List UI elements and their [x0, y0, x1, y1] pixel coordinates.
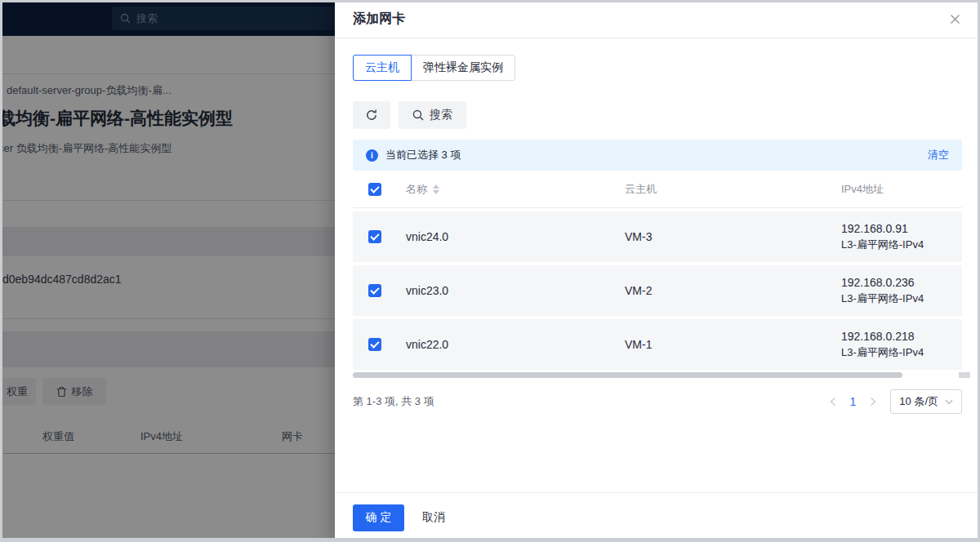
- close-icon: [950, 14, 960, 24]
- host-name: VM-2: [625, 284, 841, 297]
- cancel-button[interactable]: 取消: [422, 510, 445, 525]
- drawer-header: 添加网卡: [335, 0, 980, 38]
- screen: 搜索 default-server-group-负载均衡-扁... 载均衡-扁平…: [0, 0, 980, 542]
- page-number-1[interactable]: 1: [845, 395, 862, 408]
- selection-info-bar: 当前已选择 3 项 清空: [353, 140, 962, 171]
- ipv4-address: 192.168.0.236: [841, 274, 962, 291]
- pagination: 第 1-3 项, 共 3 项 1 10 条/页: [353, 389, 962, 414]
- refresh-button[interactable]: [353, 101, 390, 129]
- ip-cell: 192.168.0.91 L3-扁平网络-IPv4: [841, 220, 962, 253]
- nic-table-header: 名称 云主机 IPv4地址: [353, 171, 962, 208]
- network-name: L3-扁平网络-IPv4: [841, 344, 962, 361]
- nic-name: vnic22.0: [406, 338, 625, 351]
- host-name: VM-1: [625, 338, 841, 351]
- column-host-label: 云主机: [625, 182, 657, 197]
- prev-page-button[interactable]: [826, 393, 840, 410]
- tab-cloud-host[interactable]: 云主机: [353, 55, 412, 81]
- ipv4-address: 192.168.0.218: [841, 328, 962, 344]
- info-icon: [366, 149, 378, 162]
- table-toolbar: 搜索: [353, 101, 962, 129]
- chevron-left-icon: [829, 397, 837, 406]
- column-name-label: 名称: [406, 182, 427, 197]
- next-page-button[interactable]: [866, 393, 880, 410]
- nic-name: vnic23.0: [406, 284, 625, 297]
- close-button[interactable]: [947, 11, 964, 28]
- confirm-button[interactable]: 确 定: [353, 504, 404, 531]
- drawer-body: 云主机 弹性裸金属实例 搜索 当前已选择 3 项 清空: [335, 38, 980, 414]
- scrollbar-thumb[interactable]: [353, 372, 902, 378]
- row-checkbox[interactable]: [368, 284, 381, 297]
- ip-cell: 192.168.0.218 L3-扁平网络-IPv4: [841, 328, 962, 361]
- tab-baremetal[interactable]: 弹性裸金属实例: [411, 55, 515, 81]
- network-name: L3-扁平网络-IPv4: [841, 237, 962, 253]
- scrollbar-corner: [959, 372, 970, 378]
- table-row[interactable]: vnic23.0 VM-2 192.168.0.236 L3-扁平网络-IPv4: [353, 265, 962, 316]
- selection-count-text: 当前已选择 3 项: [385, 148, 461, 162]
- column-name[interactable]: 名称: [406, 182, 625, 197]
- chevron-right-icon: [869, 397, 877, 406]
- sort-icon[interactable]: [433, 184, 439, 194]
- add-nic-drawer: 添加网卡 云主机 弹性裸金属实例 搜索 当前已选择 3: [335, 0, 980, 542]
- page-size-select[interactable]: 10 条/页: [890, 389, 962, 414]
- host-name: VM-3: [625, 230, 841, 243]
- instance-type-tabs: 云主机 弹性裸金属实例: [353, 55, 515, 81]
- select-all-checkbox[interactable]: [368, 183, 381, 196]
- pagination-summary: 第 1-3 项, 共 3 项: [353, 394, 434, 409]
- table-row[interactable]: vnic22.0 VM-1 192.168.0.218 L3-扁平网络-IPv4: [353, 319, 962, 370]
- table-row[interactable]: vnic24.0 VM-3 192.168.0.91 L3-扁平网络-IPv4: [353, 211, 962, 262]
- column-host: 云主机: [625, 182, 841, 197]
- nic-name: vnic24.0: [406, 230, 625, 243]
- drawer-footer: 确 定 取消: [335, 492, 980, 542]
- row-checkbox[interactable]: [368, 230, 381, 243]
- drawer-title: 添加网卡: [353, 11, 405, 28]
- column-ipv4: IPv4地址: [841, 182, 962, 197]
- search-button[interactable]: 搜索: [399, 101, 466, 129]
- page-size-value: 10 条/页: [899, 394, 938, 409]
- chevron-down-icon: [945, 399, 953, 405]
- column-ipv4-label: IPv4地址: [841, 182, 884, 197]
- horizontal-scrollbar: [353, 372, 962, 378]
- row-checkbox[interactable]: [368, 338, 381, 351]
- refresh-icon: [365, 109, 378, 122]
- ipv4-address: 192.168.0.91: [841, 220, 962, 237]
- search-icon: [412, 109, 424, 121]
- clear-selection-link[interactable]: 清空: [928, 148, 949, 162]
- ip-cell: 192.168.0.236 L3-扁平网络-IPv4: [841, 274, 962, 307]
- network-name: L3-扁平网络-IPv4: [841, 291, 962, 307]
- search-button-label: 搜索: [430, 108, 452, 122]
- pager-controls: 1 10 条/页: [826, 389, 962, 414]
